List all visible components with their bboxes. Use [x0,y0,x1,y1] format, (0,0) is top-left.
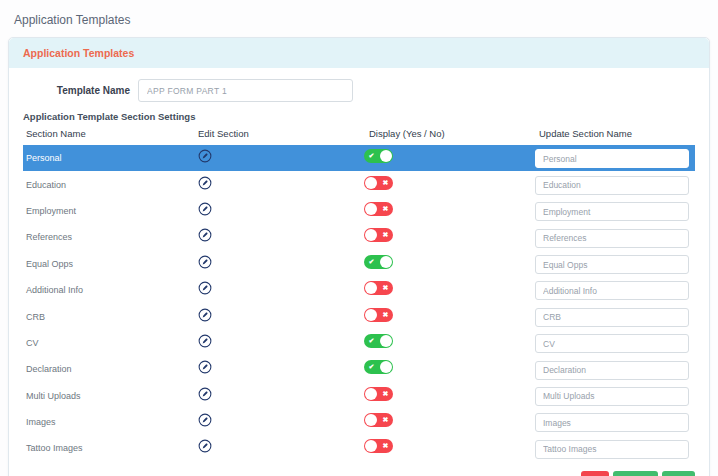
section-name-label: Employment [23,206,198,216]
toggle-state-icon: ✖ [378,176,393,190]
col-header-update-section-name: Update Section Name [535,128,695,141]
display-toggle[interactable]: ✖ [364,439,393,453]
template-name-label: Template Name [23,85,138,96]
edit-pencil-circle-icon[interactable] [198,176,212,190]
card-header: Application Templates [9,38,709,68]
display-toggle[interactable]: ✖ [364,281,393,295]
footer-actions: Exit Preview Save [23,471,695,476]
toggle-state-icon: ✖ [378,387,393,401]
update-section-name-input[interactable] [535,413,689,432]
toggle-knob [365,309,377,321]
toggle-knob [380,256,392,268]
display-toggle[interactable]: ✔ [364,149,393,163]
section-name-label: CRB [23,312,198,322]
display-toggle[interactable]: ✔ [364,255,393,269]
edit-pencil-circle-icon[interactable] [198,228,212,242]
toggle-knob [365,177,377,189]
edit-pencil-circle-icon[interactable] [198,281,212,295]
display-toggle[interactable]: ✖ [364,202,393,216]
table-row[interactable]: Education ✖ [23,171,695,197]
table-row[interactable]: Employment ✖ [23,198,695,224]
section-name-label: Additional Info [23,285,198,295]
edit-pencil-circle-icon[interactable] [198,439,212,453]
display-toggle[interactable]: ✖ [364,228,393,242]
section-name-label: Multi Uploads [23,391,198,401]
edit-pencil-circle-icon[interactable] [198,360,212,374]
save-button[interactable]: Save [662,471,695,476]
toggle-state-icon: ✔ [364,334,379,348]
toggle-knob [365,282,377,294]
section-name-label: Tattoo Images [23,443,198,453]
display-toggle[interactable]: ✖ [364,413,393,427]
toggle-state-icon: ✔ [364,149,379,163]
display-toggle[interactable]: ✖ [364,308,393,322]
display-toggle[interactable]: ✖ [364,387,393,401]
display-toggle[interactable]: ✖ [364,176,393,190]
table-row[interactable]: References ✖ [23,224,695,250]
table-body: Personal ✔ Education [23,145,695,462]
edit-pencil-circle-icon[interactable] [198,334,212,348]
display-toggle[interactable]: ✔ [364,334,393,348]
update-section-name-input[interactable] [535,229,689,248]
col-header-section-name: Section Name [23,128,198,141]
update-section-name-input[interactable] [535,149,689,168]
toggle-state-icon: ✖ [378,439,393,453]
toggle-state-icon: ✖ [378,413,393,427]
section-name-label: Personal [23,153,198,163]
toggle-knob [365,440,377,452]
table-row[interactable]: Multi Uploads ✖ [23,383,695,409]
toggle-knob [380,150,392,162]
card-body: Template Name Application Template Secti… [9,68,709,476]
table-row[interactable]: Additional Info ✖ [23,277,695,303]
exit-button[interactable]: Exit [581,471,609,476]
section-name-label: CV [23,338,198,348]
edit-pencil-circle-icon[interactable] [198,255,212,269]
display-toggle[interactable]: ✔ [364,360,393,374]
table-row[interactable]: Images ✖ [23,409,695,435]
toggle-knob [380,335,392,347]
col-header-edit-section: Edit Section [198,128,369,141]
toggle-knob [365,388,377,400]
update-section-name-input[interactable] [535,176,689,195]
table-row[interactable]: CRB ✖ [23,303,695,329]
toggle-knob [365,203,377,215]
edit-pencil-circle-icon[interactable] [198,413,212,427]
update-section-name-input[interactable] [535,308,689,327]
table-row[interactable]: Equal Opps ✔ [23,251,695,277]
edit-pencil-circle-icon[interactable] [198,202,212,216]
page-title: Application Templates [0,0,718,27]
update-section-name-input[interactable] [535,202,689,221]
section-name-label: Education [23,180,198,190]
toggle-state-icon: ✔ [364,255,379,269]
application-templates-card: Application Templates Template Name Appl… [8,37,710,476]
update-section-name-input[interactable] [535,255,689,274]
edit-pencil-circle-icon[interactable] [198,387,212,401]
toggle-knob [380,361,392,373]
table-row[interactable]: CV ✔ [23,330,695,356]
table-row[interactable]: Tattoo Images ✖ [23,435,695,461]
toggle-knob [365,414,377,426]
toggle-state-icon: ✖ [378,308,393,322]
col-header-display: Display (Yes / No) [369,128,535,141]
edit-pencil-circle-icon[interactable] [198,308,212,322]
table-row[interactable]: Personal ✔ [23,145,695,171]
template-name-input[interactable] [138,79,353,102]
update-section-name-input[interactable] [535,281,689,300]
section-settings-title: Application Template Section Settings [23,111,695,122]
template-name-row: Template Name [23,79,695,102]
toggle-knob [365,229,377,241]
toggle-state-icon: ✔ [364,360,379,374]
toggle-state-icon: ✖ [378,281,393,295]
toggle-state-icon: ✖ [378,228,393,242]
update-section-name-input[interactable] [535,361,689,380]
update-section-name-input[interactable] [535,387,689,406]
edit-pencil-circle-icon[interactable] [198,149,212,163]
update-section-name-input[interactable] [535,334,689,353]
section-name-label: Equal Opps [23,259,198,269]
preview-button[interactable]: Preview [613,471,657,476]
toggle-state-icon: ✖ [378,202,393,216]
section-name-label: Declaration [23,364,198,374]
update-section-name-input[interactable] [535,440,689,459]
table-row[interactable]: Declaration ✔ [23,356,695,382]
table-header: Section Name Edit Section Display (Yes /… [23,128,695,141]
